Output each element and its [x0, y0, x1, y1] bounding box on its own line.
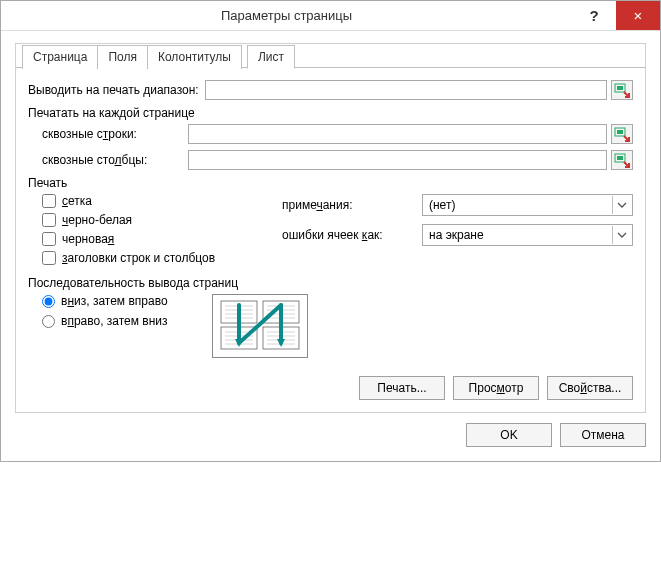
- headings-checkbox[interactable]: [42, 251, 56, 265]
- repeat-cols-label: сквозные столбцы:: [42, 153, 182, 167]
- print-area-input[interactable]: [205, 80, 607, 100]
- comments-label: примечания:: [282, 198, 422, 212]
- print-area-range-picker-icon[interactable]: [611, 80, 633, 100]
- print-button[interactable]: Печать...: [359, 376, 445, 400]
- repeat-rows-label: сквозные строки:: [42, 127, 182, 141]
- order-down-label: вниз, затем вправо: [61, 294, 168, 308]
- svg-rect-5: [617, 156, 623, 160]
- repeat-cols-range-picker-icon[interactable]: [611, 150, 633, 170]
- print-area-label: Выводить на печать диапазон:: [28, 83, 199, 97]
- errors-label: ошибки ячеек как:: [282, 228, 422, 242]
- chevron-down-icon: [612, 196, 630, 214]
- repeat-cols-input[interactable]: [188, 150, 607, 170]
- tab-sheet[interactable]: Лист: [247, 45, 295, 69]
- draft-checkbox[interactable]: [42, 232, 56, 246]
- options-button[interactable]: Свойства...: [547, 376, 633, 400]
- bw-label: черно-белая: [62, 213, 132, 227]
- window-title: Параметры страницы: [1, 8, 572, 23]
- preview-button[interactable]: Просмотр: [453, 376, 539, 400]
- errors-value: на экране: [429, 228, 484, 242]
- gridlines-label: сетка: [62, 194, 92, 208]
- tab-fields[interactable]: Поля: [97, 45, 148, 69]
- order-down-radio[interactable]: [42, 295, 55, 308]
- tab-headers[interactable]: Колонтитулы: [147, 45, 242, 69]
- close-button[interactable]: ×: [616, 1, 660, 30]
- titlebar: Параметры страницы ? ×: [1, 1, 660, 31]
- print-group-legend: Печать: [28, 176, 633, 190]
- page-order-legend: Последовательность вывода страниц: [28, 276, 633, 290]
- cancel-button[interactable]: Отмена: [560, 423, 646, 447]
- tab-strip: Страница Поля Колонтитулы Лист: [16, 44, 633, 68]
- draft-label: черновая: [62, 232, 114, 246]
- tab-page[interactable]: Страница: [22, 45, 98, 69]
- order-over-radio[interactable]: [42, 315, 55, 328]
- chevron-down-icon: [612, 226, 630, 244]
- page-setup-dialog: Параметры страницы ? × Страница Поля Кол…: [0, 0, 661, 462]
- repeat-group-legend: Печатать на каждой странице: [28, 106, 633, 120]
- order-over-label: вправо, затем вниз: [61, 314, 168, 328]
- page-order-preview-icon: [212, 294, 308, 358]
- ok-button[interactable]: OK: [466, 423, 552, 447]
- gridlines-checkbox[interactable]: [42, 194, 56, 208]
- comments-select[interactable]: (нет): [422, 194, 633, 216]
- help-button[interactable]: ?: [572, 1, 616, 30]
- errors-select[interactable]: на экране: [422, 224, 633, 246]
- repeat-rows-range-picker-icon[interactable]: [611, 124, 633, 144]
- svg-rect-3: [617, 130, 623, 134]
- headings-label: заголовки строк и столбцов: [62, 251, 215, 265]
- svg-rect-1: [617, 86, 623, 90]
- comments-value: (нет): [429, 198, 455, 212]
- bw-checkbox[interactable]: [42, 213, 56, 227]
- repeat-rows-input[interactable]: [188, 124, 607, 144]
